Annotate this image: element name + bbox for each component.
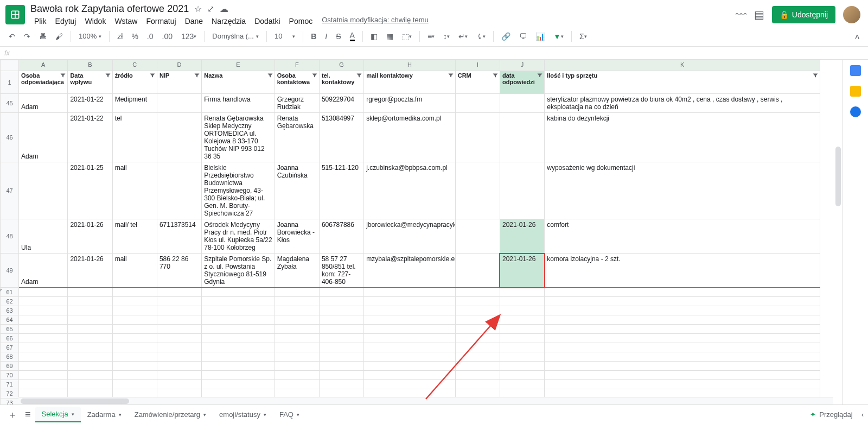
cell-G46[interactable]: 513084997 — [319, 113, 363, 162]
link-icon[interactable]: 🔗 — [498, 30, 514, 43]
cell-H48[interactable]: jborowiecka@medycynapracyklos.eu — [364, 219, 456, 254]
cell-I64[interactable] — [455, 315, 500, 325]
share-button[interactable]: 🔒 Udostępnij — [772, 6, 835, 23]
cell-H45[interactable]: rgregor@poczta.fm — [364, 94, 456, 113]
header-cell-G[interactable]: tel. kontaktowy — [319, 71, 363, 94]
cell-B47[interactable]: 2021-01-25 — [68, 162, 112, 219]
cell-F65[interactable] — [275, 325, 319, 334]
activity-icon[interactable]: 〰 — [736, 9, 746, 21]
strikethrough-icon[interactable]: S — [333, 30, 344, 43]
cell-I45[interactable] — [455, 94, 500, 113]
cell-G47[interactable]: 515-121-120 — [319, 162, 363, 219]
sheet-tab-zamówienie/przetarg[interactable]: Zamówienie/przetarg▾ — [128, 407, 213, 422]
cell-A46[interactable]: Adam — [19, 113, 68, 162]
column-filter-icon[interactable] — [267, 72, 273, 79]
cell-J45[interactable] — [500, 94, 544, 113]
cell-K46[interactable]: kabina do dezynfekcji — [545, 113, 820, 162]
cell-I69[interactable] — [455, 362, 500, 371]
row-header-71[interactable]: 71 — [1, 380, 19, 389]
row-header-62[interactable]: 62 — [1, 297, 19, 306]
cell-K45[interactable]: sterylizator plazmowy powietrza do biura… — [545, 94, 820, 113]
col-header-A[interactable]: A — [19, 60, 68, 71]
cell-I48[interactable] — [455, 219, 500, 254]
cell-G49[interactable]: 58 57 27 850/851 tel. kom: 727-406-850 — [319, 254, 363, 288]
sheet-tab-selekcja[interactable]: Selekcja▾ — [35, 407, 81, 422]
avatar[interactable] — [843, 6, 860, 23]
cell-J64[interactable] — [500, 315, 544, 325]
row-header-70[interactable]: 70 — [1, 371, 19, 380]
calendar-icon[interactable] — [850, 65, 861, 76]
cell-F48[interactable]: Joanna Borowiecka - Kłos — [275, 219, 319, 254]
row-header-69[interactable]: 69 — [1, 362, 19, 371]
cell-C67[interactable] — [112, 343, 157, 352]
cell-E66[interactable] — [202, 334, 275, 343]
cell-G67[interactable] — [319, 343, 363, 352]
cell-D65[interactable] — [157, 325, 201, 334]
row-header-47[interactable]: 47 — [1, 162, 19, 219]
cell-K69[interactable] — [545, 362, 820, 371]
cell-B46[interactable]: 2021-01-22 — [68, 113, 112, 162]
explore-button[interactable]: ✦Przeglądaj — [806, 408, 857, 421]
cell-H63[interactable] — [364, 306, 456, 315]
rotate-icon[interactable]: ⤹▾ — [473, 30, 489, 43]
cell-I71[interactable] — [455, 380, 500, 389]
cell-J66[interactable] — [500, 334, 544, 343]
column-filter-icon[interactable] — [311, 72, 318, 79]
cell-F47[interactable]: Joanna Czubińska — [275, 162, 319, 219]
sheet-tab-faq[interactable]: FAQ▾ — [273, 407, 306, 422]
row-header-1[interactable]: 1 — [1, 71, 19, 94]
cell-B61[interactable] — [68, 288, 112, 297]
menu-data[interactable]: Dane — [181, 16, 207, 27]
col-header-E[interactable]: E — [202, 60, 275, 71]
cell-H47[interactable]: j.czubinska@bpbpsa.com.pl — [364, 162, 456, 219]
cell-F63[interactable] — [275, 306, 319, 315]
cell-D61[interactable] — [157, 288, 201, 297]
comments-icon[interactable]: ▤ — [754, 8, 764, 21]
cell-E65[interactable] — [202, 325, 275, 334]
cell-D63[interactable] — [157, 306, 201, 315]
v-align-icon[interactable]: ↕▾ — [440, 30, 453, 43]
cell-D66[interactable] — [157, 334, 201, 343]
cell-D49[interactable]: 586 22 86 770 — [157, 254, 201, 288]
cell-J71[interactable] — [500, 380, 544, 389]
cell-C70[interactable] — [112, 371, 157, 380]
cell-K71[interactable] — [545, 380, 820, 389]
borders-icon[interactable]: ▦ — [383, 30, 397, 43]
percent-format[interactable]: % — [128, 30, 141, 43]
cell-G63[interactable] — [319, 306, 363, 315]
header-cell-J[interactable]: data odpowiedzi — [500, 71, 544, 94]
horizontal-scrollbar[interactable] — [18, 397, 833, 404]
cell-A49[interactable]: Adam — [19, 254, 68, 288]
menu-view[interactable]: Widok — [81, 16, 110, 27]
cell-J47[interactable] — [500, 162, 544, 219]
cell-A70[interactable] — [19, 371, 68, 380]
cell-G69[interactable] — [319, 362, 363, 371]
menu-help[interactable]: Pomoc — [285, 16, 317, 27]
column-filter-icon[interactable] — [812, 72, 819, 79]
cell-A47[interactable] — [19, 162, 68, 219]
column-filter-icon[interactable] — [105, 72, 111, 79]
column-filter-icon[interactable] — [356, 72, 362, 79]
cell-B62[interactable] — [68, 297, 112, 306]
cell-E63[interactable] — [202, 306, 275, 315]
paint-format-icon[interactable]: 🖌 — [52, 30, 66, 43]
cell-I65[interactable] — [455, 325, 500, 334]
cell-E68[interactable] — [202, 352, 275, 362]
sheet-tab-zadarma[interactable]: Zadarma▾ — [81, 407, 128, 422]
row-header-46[interactable]: 46 — [1, 113, 19, 162]
cell-B71[interactable] — [68, 380, 112, 389]
cell-F49[interactable]: Magdalena Zybała — [275, 254, 319, 288]
cell-F71[interactable] — [275, 380, 319, 389]
cell-J63[interactable] — [500, 306, 544, 315]
cell-H70[interactable] — [364, 371, 456, 380]
cell-E47[interactable]: Bielskie Przedsiębiorstwo Budownictwa Pr… — [202, 162, 275, 219]
currency-format[interactable]: zł — [114, 30, 126, 43]
column-filter-icon[interactable] — [194, 72, 200, 79]
cell-A69[interactable] — [19, 362, 68, 371]
cell-J69[interactable] — [500, 362, 544, 371]
col-header-J[interactable]: J — [500, 60, 544, 71]
cell-F70[interactable] — [275, 371, 319, 380]
cell-H62[interactable] — [364, 297, 456, 306]
decrease-decimal-icon[interactable]: .0 — [144, 30, 157, 43]
menu-edit[interactable]: Edytuj — [52, 16, 80, 27]
